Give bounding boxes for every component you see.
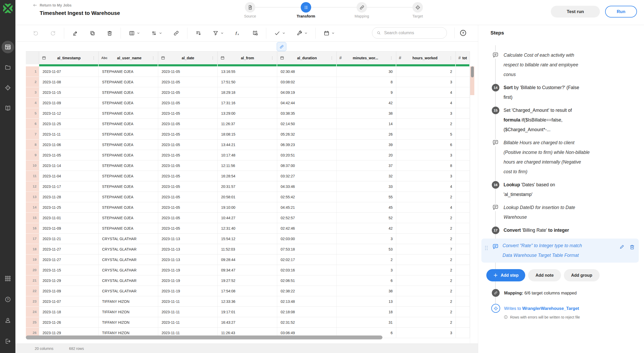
step-item[interactable]: 14Sort by 'Billable to Customer?' (False… (478, 83, 644, 102)
table-cell[interactable]: CRYSTAL GLATHAR (99, 265, 158, 275)
table-cell[interactable] (456, 150, 470, 160)
table-cell[interactable]: 02:14:50 (277, 119, 337, 129)
table-cell[interactable] (456, 265, 470, 275)
table-cell[interactable]: STEPHANIE OJEA (99, 223, 158, 234)
drag-handle-icon[interactable] (483, 244, 490, 252)
table-cell[interactable]: 18:08:15 (218, 129, 277, 140)
table-cell[interactable]: 2023-11-11 (158, 317, 218, 328)
table-cell[interactable]: 2 (396, 234, 456, 244)
row-number[interactable]: 3 (26, 87, 39, 98)
table-cell[interactable]: STEPHANIE OJEA (99, 66, 158, 77)
table-cell[interactable]: 03:08:02 (277, 77, 337, 87)
join-button[interactable] (168, 27, 185, 39)
table-cell[interactable]: 2023-11-18 (39, 307, 99, 317)
table-cell[interactable]: 8 (337, 77, 396, 87)
table-cell[interactable]: STEPHANIE OJEA (99, 87, 158, 98)
table-cell[interactable] (456, 317, 470, 328)
join-link-badge[interactable] (277, 42, 286, 51)
table-cell[interactable]: 2023-11-11 (39, 129, 99, 140)
column-header-al_from[interactable]: al_from (218, 51, 277, 64)
table-cell[interactable] (456, 119, 470, 129)
table-cell[interactable]: 53 (337, 244, 396, 254)
table-cell[interactable]: 2023-11-05 (158, 140, 218, 150)
add-note-button[interactable]: Add note (528, 269, 561, 281)
table-cell[interactable]: 19:17:01 (218, 307, 277, 317)
table-cell[interactable]: 2 (396, 317, 456, 328)
copy-button[interactable] (84, 27, 101, 39)
table-cell[interactable]: 2023-11-07 (39, 296, 99, 307)
row-number[interactable]: 23 (26, 296, 39, 307)
column-header-tot[interactable]: #tot (456, 51, 470, 64)
table-cell[interactable]: TIFFANY HIZON (99, 296, 158, 307)
table-cell[interactable]: 02:06:51 (277, 275, 337, 286)
table-cell[interactable]: 2023-11-05 (158, 87, 218, 98)
table-cell[interactable]: 38 (337, 108, 396, 119)
row-number[interactable]: 11 (26, 171, 39, 181)
table-cell[interactable] (456, 244, 470, 254)
step-item[interactable]: 16Lookup 'Dates' based on'al_timestamp' (478, 180, 644, 199)
note-item[interactable]: Lookup DateID for insertion to DateWareh… (478, 203, 644, 222)
sort-rows-button[interactable] (190, 27, 207, 39)
table-cell[interactable]: 4 (396, 98, 456, 108)
table-cell[interactable]: 33 (337, 181, 396, 192)
table-cell[interactable]: 14 (337, 119, 396, 129)
table-cell[interactable]: 2023-11-25 (39, 202, 99, 213)
table-cell[interactable]: CRYSTAL GLATHAR (99, 244, 158, 254)
table-cell[interactable] (456, 234, 470, 244)
table-cell[interactable]: 42 (337, 223, 396, 234)
table-cell[interactable]: 8 (396, 160, 456, 171)
table-cell[interactable]: 13:16:55 (218, 66, 277, 77)
table-cell[interactable]: 20 (337, 150, 396, 160)
table-cell[interactable] (456, 108, 470, 119)
edit-button[interactable] (67, 27, 84, 39)
table-cell[interactable]: 4 (396, 181, 456, 192)
table-cell[interactable]: 2023-11-05 (158, 66, 218, 77)
table-cell[interactable] (456, 129, 470, 140)
table-cell[interactable] (456, 192, 470, 202)
table-cell[interactable]: 02:42:46 (277, 223, 337, 234)
table-cell[interactable]: 31 (337, 317, 396, 328)
table-cell[interactable]: 3 (337, 234, 396, 244)
horizontal-scrollbar-thumb[interactable] (26, 335, 382, 339)
table-cell[interactable]: 4 (396, 202, 456, 213)
table-cell[interactable]: 2 (396, 296, 456, 307)
delete-button[interactable] (101, 27, 118, 39)
table-cell[interactable]: 26 (337, 129, 396, 140)
table-cell[interactable]: 16:43:27 (218, 317, 277, 328)
nav-logout[interactable] (2, 335, 14, 348)
columns-button[interactable] (123, 27, 145, 39)
table-cell[interactable]: 15:54:12 (218, 234, 277, 244)
table-cell[interactable]: 2 (396, 119, 456, 129)
table-cell[interactable]: 2023-11-05 (158, 202, 218, 213)
table-cell[interactable]: 17:51:50 (218, 77, 277, 87)
table-cell[interactable]: 2 (396, 192, 456, 202)
table-cell[interactable]: 2023-11-19 (158, 286, 218, 296)
datetime-button[interactable] (318, 27, 340, 39)
table-cell[interactable]: 12:11:56 (218, 160, 277, 171)
table-cell[interactable]: 10:17:48 (218, 150, 277, 160)
row-number[interactable]: 1 (26, 66, 39, 77)
row-number[interactable]: 21 (26, 275, 39, 286)
row-number[interactable]: 5 (26, 108, 39, 119)
row-number[interactable]: 7 (26, 129, 39, 140)
table-cell[interactable]: 07:53:18 (277, 244, 337, 254)
stepper-source[interactable]: Source (222, 2, 278, 18)
table-cell[interactable]: 6 (396, 140, 456, 150)
table-cell[interactable]: 2023-11-17 (39, 181, 99, 192)
row-number[interactable]: 15 (26, 213, 39, 223)
table-cell[interactable]: CRYSTAL GLATHAR (99, 254, 158, 265)
lookup-button[interactable] (246, 27, 264, 39)
table-cell[interactable]: STEPHANIE OJEA (99, 192, 158, 202)
table-cell[interactable]: 2023-11-21 (39, 234, 99, 244)
table-cell[interactable]: 2 (337, 254, 396, 265)
table-cell[interactable]: 2023-11-26 (39, 317, 99, 328)
table-cell[interactable]: 2023-11-13 (158, 254, 218, 265)
table-cell[interactable]: 2023-11-11 (158, 296, 218, 307)
table-cell[interactable]: 2023-11-05 (158, 77, 218, 87)
table-cell[interactable]: 11:26:37 (218, 119, 277, 129)
table-cell[interactable]: 17:31:16 (218, 98, 277, 108)
table-cell[interactable]: 2023-11-13 (158, 244, 218, 254)
table-cell[interactable]: STEPHANIE OJEA (99, 77, 158, 87)
row-number[interactable]: 18 (26, 244, 39, 254)
table-cell[interactable]: 2023-11-05 (158, 150, 218, 160)
